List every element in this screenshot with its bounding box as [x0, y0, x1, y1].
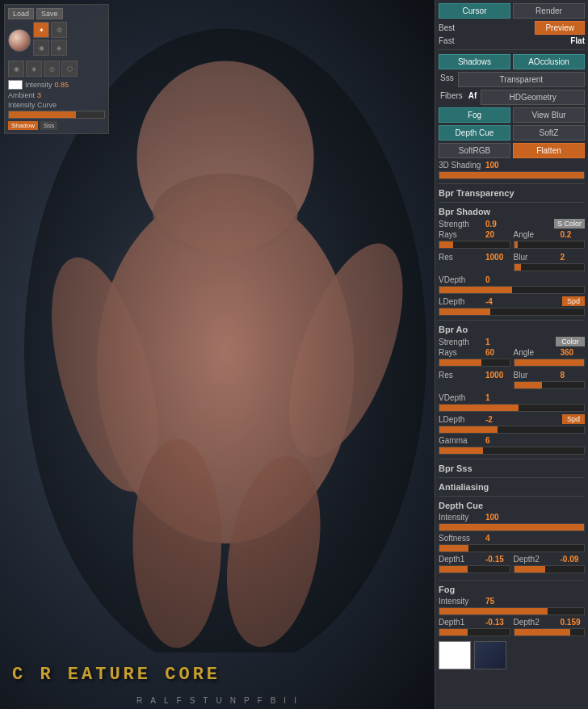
cursor-button[interactable]: Cursor: [439, 3, 510, 19]
depthcue-button[interactable]: Depth Cue: [439, 125, 510, 141]
shadow-vdepth-label: VDepth: [439, 275, 483, 284]
shadow-rays-label: Rays: [439, 230, 483, 239]
transparent-button[interactable]: Transparent: [458, 72, 585, 87]
vdepth-slider[interactable]: [439, 286, 585, 294]
tool-icon-1[interactable]: ✦: [33, 22, 49, 38]
hdgeometry-button[interactable]: HDGeometry: [481, 90, 585, 105]
af-label: Af: [467, 90, 479, 105]
tab-b[interactable]: B: [271, 696, 278, 705]
fog-depth1-value: -0.13: [485, 618, 504, 627]
right-panel: Cursor Render Best Preview Fast Flat Sha…: [435, 0, 588, 709]
cursor-render-row: Cursor Render: [439, 3, 585, 19]
shadow-res-value: 1000: [485, 253, 503, 262]
save-button[interactable]: Save: [36, 8, 63, 19]
fog-color-white[interactable]: [439, 641, 471, 669]
tab-a[interactable]: A: [150, 696, 158, 705]
tab-f2[interactable]: F: [258, 696, 264, 705]
ao-blur-slider[interactable]: [514, 381, 586, 389]
shadow-blur-slider[interactable]: [514, 263, 586, 271]
ambient-label: Ambient: [8, 91, 35, 99]
fog-button[interactable]: Fog: [439, 107, 510, 123]
tab-t[interactable]: T: [203, 696, 209, 705]
tool-icon-3[interactable]: ◉: [33, 40, 49, 56]
dc-depth1-slider[interactable]: [439, 565, 510, 573]
dc-softness-label: Softness: [439, 534, 483, 543]
tool-icon-5[interactable]: ◉: [8, 61, 24, 77]
ao-res-value: 1000: [485, 371, 503, 380]
fog-intensity-label: Intensity: [439, 597, 483, 606]
tab-n[interactable]: N: [230, 696, 237, 705]
ao-angle-value: 360: [561, 348, 574, 357]
fibers-label: Fibers: [439, 90, 464, 105]
tab-u[interactable]: U: [216, 696, 223, 705]
intensity-curve-slider[interactable]: [8, 111, 105, 119]
ao-ldepth-slider[interactable]: [439, 426, 585, 434]
intensity-value: 0.85: [55, 81, 69, 89]
shading-slider[interactable]: [439, 171, 585, 179]
fog-color-swatches: [439, 641, 585, 669]
color-swatch[interactable]: [8, 80, 23, 90]
dc-depth2-slider[interactable]: [514, 565, 586, 573]
shadow-angle-label: Angle: [514, 230, 558, 239]
fog-depth2-slider[interactable]: [514, 628, 586, 636]
ldepth-slider[interactable]: [439, 308, 585, 316]
tab-r[interactable]: R: [136, 696, 144, 705]
shadow-spd-button[interactable]: Spd: [562, 296, 585, 306]
tab-p[interactable]: P: [244, 696, 251, 705]
shadow-strength-value: 0.9: [485, 220, 497, 229]
viewblur-button[interactable]: View Blur: [513, 107, 585, 123]
tool-icon-2[interactable]: ⚙: [51, 22, 67, 38]
shadow-angle-slider[interactable]: [514, 241, 586, 249]
ao-ldepth-value: -2: [485, 415, 493, 424]
shadow-rays-slider[interactable]: [439, 241, 510, 249]
fog-depth2-value: 0.159: [561, 618, 581, 627]
dc-softness-slider[interactable]: [439, 544, 585, 552]
tool-icon-7[interactable]: ◎: [44, 61, 60, 77]
tab-s[interactable]: S: [190, 696, 197, 705]
dc-intensity-slider[interactable]: [439, 523, 585, 531]
load-button[interactable]: Load: [8, 8, 34, 19]
tool-panel: Load Save ✦ ⚙ ◉ ◈ ◉ ◈ ◎ ⬡ Intensity 0.85…: [4, 4, 109, 134]
preview-button[interactable]: Preview: [535, 21, 585, 35]
tab-i2[interactable]: I: [294, 696, 298, 705]
dc-intensity-label: Intensity: [439, 513, 483, 522]
tool-icon-8[interactable]: ⬡: [61, 61, 78, 77]
ao-blur-label: Blur: [514, 371, 558, 380]
fog-color-dark[interactable]: [474, 641, 506, 669]
s-color-button[interactable]: S Color: [554, 219, 585, 229]
flatten-button[interactable]: Flatten: [513, 143, 585, 158]
ao-color-button[interactable]: Color: [556, 337, 585, 346]
tab-f[interactable]: F: [177, 696, 183, 705]
softz-button[interactable]: SoftZ: [513, 125, 585, 141]
ao-vdepth-slider[interactable]: [439, 404, 585, 412]
ao-gamma-value: 6: [485, 436, 490, 445]
ao-rays-slider[interactable]: [439, 359, 510, 367]
softrgb-button[interactable]: SoftRGB: [439, 143, 510, 158]
tab-i[interactable]: I: [284, 696, 288, 705]
shadow-blur-value: 2: [561, 253, 565, 262]
fog-intensity-slider[interactable]: [439, 607, 585, 615]
tool-icon-6[interactable]: ◈: [26, 61, 42, 77]
fog-depth1-slider[interactable]: [439, 628, 510, 636]
fog-depth1-label: Depth1: [439, 618, 483, 627]
aocclusion-button[interactable]: AOcclusion: [513, 54, 585, 69]
material-sphere[interactable]: [8, 29, 31, 52]
shadow-rays-value: 20: [485, 230, 494, 239]
ao-spd-button[interactable]: Spd: [562, 414, 585, 424]
ao-gamma-slider[interactable]: [439, 447, 585, 455]
ao-angle-slider[interactable]: [514, 359, 586, 367]
sss-tag[interactable]: Sss: [40, 121, 57, 130]
fog-intensity-value: 75: [485, 597, 494, 606]
shadows-button[interactable]: Shadows: [439, 54, 510, 69]
fast-row: Fast Flat: [439, 36, 585, 45]
render-button[interactable]: Render: [513, 3, 585, 19]
ao-ldepth-label: LDepth: [439, 415, 483, 424]
shadow-tag[interactable]: Shadow: [8, 121, 38, 130]
sss-label: Sss: [439, 72, 456, 87]
tab-l[interactable]: L: [164, 696, 170, 705]
ao-rays-value: 60: [485, 348, 494, 357]
ao-res-label: Res: [439, 371, 483, 380]
fog-section-label: Fog: [439, 585, 585, 594]
dc-depth2-label: Depth2: [514, 555, 558, 564]
tool-icon-4[interactable]: ◈: [51, 40, 67, 56]
